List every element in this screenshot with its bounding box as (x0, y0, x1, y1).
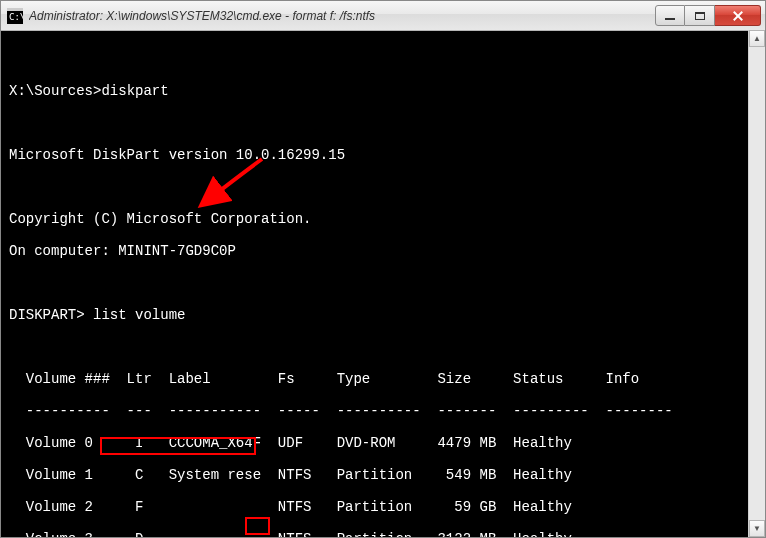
command-text: diskpart (101, 83, 168, 99)
blank-line (9, 275, 757, 291)
console-output[interactable]: X:\Sources>diskpart Microsoft DiskPart v… (1, 31, 765, 538)
table-divider: ---------- --- ----------- ----- -------… (9, 403, 757, 419)
scroll-up-button[interactable]: ▲ (749, 30, 765, 47)
console-line: X:\Sources>diskpart (9, 83, 757, 99)
table-row: Volume 1 C System rese NTFS Partition 54… (9, 467, 757, 483)
window-title: Administrator: X:\windows\SYSTEM32\cmd.e… (29, 9, 655, 23)
window-titlebar: C:\ Administrator: X:\windows\SYSTEM32\c… (1, 1, 765, 31)
minimize-button[interactable] (655, 5, 685, 26)
console-line: Copyright (C) Microsoft Corporation. (9, 211, 757, 227)
scroll-down-button[interactable]: ▼ (749, 520, 765, 537)
cmd-icon: C:\ (7, 8, 23, 24)
svg-text:C:\: C:\ (9, 12, 23, 22)
diskpart-prompt: DISKPART> (9, 307, 93, 323)
svg-rect-1 (7, 8, 23, 11)
blank-line (9, 339, 757, 355)
console-line: On computer: MININT-7GD9C0P (9, 243, 757, 259)
console-line: DISKPART> list volume (9, 307, 757, 323)
blank-line (9, 179, 757, 195)
vertical-scrollbar[interactable]: ▲ ▼ (748, 30, 765, 537)
table-row: Volume 2 F NTFS Partition 59 GB Healthy (9, 499, 757, 515)
prompt: X:\Sources> (9, 83, 101, 99)
window-controls (655, 5, 761, 26)
console-line: Microsoft DiskPart version 10.0.16299.15 (9, 147, 757, 163)
table-row: Volume 3 D NTFS Partition 3122 MB Health… (9, 531, 757, 538)
command-text: list volume (93, 307, 185, 323)
scrollbar-track[interactable] (749, 47, 765, 520)
blank-line (9, 115, 757, 131)
table-row: Volume 0 I CCCOMA_X64F UDF DVD-ROM 4479 … (9, 435, 757, 451)
maximize-button[interactable] (685, 5, 715, 26)
blank-line (9, 51, 757, 67)
close-button[interactable] (715, 5, 761, 26)
table-header: Volume ### Ltr Label Fs Type Size Status… (9, 371, 757, 387)
